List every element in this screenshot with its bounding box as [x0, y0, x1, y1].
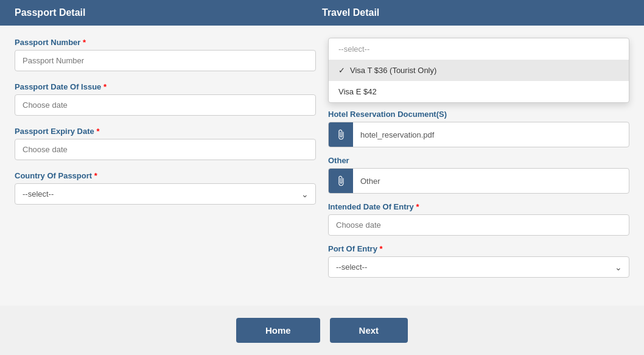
port-of-entry-required: *: [380, 244, 383, 253]
passport-expiry-input[interactable]: [15, 139, 316, 160]
other-placeholder: Other: [353, 177, 388, 186]
intended-date-group: Intended Date Of Entry *: [328, 202, 629, 236]
travel-panel: --select-- ✓ Visa T $36 (Tourist Only) V…: [328, 38, 629, 293]
country-passport-required: *: [94, 171, 97, 180]
passport-date-issue-required: *: [103, 82, 107, 91]
other-file-icon: [329, 169, 353, 193]
passport-number-input[interactable]: [15, 50, 316, 71]
passport-expiry-label: Passport Expiry Date *: [15, 127, 316, 136]
country-passport-select[interactable]: --select--: [15, 183, 316, 205]
passport-expiry-required: *: [96, 127, 99, 136]
main-content: Passport Number * Passport Date Of Issue…: [0, 26, 644, 306]
other-label: Other: [328, 156, 629, 165]
home-button[interactable]: Home: [236, 318, 320, 343]
dropdown-item-visa-t[interactable]: ✓ Visa T $36 (Tourist Only): [329, 60, 629, 81]
passport-number-label: Passport Number *: [15, 38, 316, 47]
header: Passport Detail Travel Detail: [0, 0, 644, 26]
passport-date-issue-input[interactable]: [15, 94, 316, 116]
passport-date-issue-label: Passport Date Of Issue *: [15, 82, 316, 91]
visa-type-dropdown[interactable]: --select-- ✓ Visa T $36 (Tourist Only) V…: [328, 38, 629, 103]
other-file-input[interactable]: Other: [328, 168, 629, 194]
intended-date-label: Intended Date Of Entry *: [328, 202, 629, 211]
hotel-reservation-filename: hotel_reservation.pdf: [353, 130, 441, 139]
hotel-reservation-file-icon: [329, 122, 353, 147]
passport-detail-title: Passport Detail: [15, 7, 322, 18]
dropdown-item-select[interactable]: --select--: [329, 38, 629, 60]
passport-number-required: *: [83, 38, 86, 47]
hotel-reservation-file-input[interactable]: hotel_reservation.pdf: [328, 122, 629, 147]
country-passport-select-wrapper: --select-- ⌄: [15, 183, 316, 205]
footer: Home Next: [0, 306, 644, 355]
passport-panel: Passport Number * Passport Date Of Issue…: [15, 38, 316, 293]
port-of-entry-select-wrapper: --select-- ⌄: [328, 256, 629, 278]
other-group: Other Other: [328, 156, 629, 194]
country-passport-label: Country Of Passport *: [15, 171, 316, 180]
intended-date-input[interactable]: [328, 214, 629, 236]
checkmark-icon: ✓: [338, 66, 345, 75]
travel-detail-title: Travel Detail: [322, 7, 629, 18]
port-of-entry-select[interactable]: --select--: [328, 256, 629, 278]
hotel-reservation-group: Hotel Reservation Document(S) hotel_rese…: [328, 110, 629, 147]
port-of-entry-label: Port Of Entry *: [328, 244, 629, 253]
passport-expiry-group: Passport Expiry Date *: [15, 127, 316, 160]
country-passport-group: Country Of Passport * --select-- ⌄: [15, 171, 316, 205]
port-of-entry-group: Port Of Entry * --select-- ⌄: [328, 244, 629, 278]
next-button[interactable]: Next: [330, 318, 408, 343]
passport-date-issue-group: Passport Date Of Issue *: [15, 82, 316, 116]
intended-date-required: *: [416, 202, 419, 211]
hotel-reservation-label: Hotel Reservation Document(S): [328, 110, 629, 119]
passport-number-group: Passport Number *: [15, 38, 316, 71]
dropdown-item-visa-e[interactable]: Visa E $42: [329, 81, 629, 102]
